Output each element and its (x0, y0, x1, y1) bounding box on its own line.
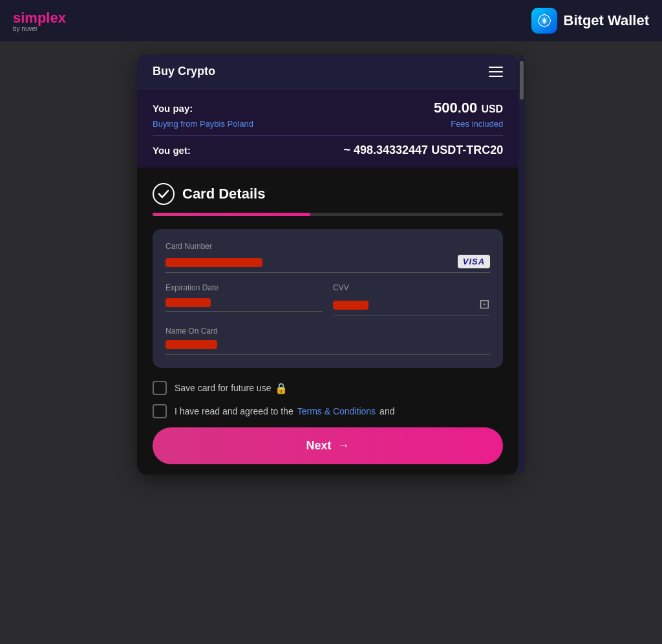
main-area: Buy Crypto You pay: 500.00 USD Buying fr… (0, 41, 662, 644)
card-number-label: Card Number (166, 242, 490, 251)
content-area: Card Details Card Number (137, 167, 518, 475)
name-redacted (166, 340, 217, 349)
price-section: You pay: 500.00 USD Buying from Paybis P… (137, 89, 518, 167)
you-pay-currency: USD (481, 103, 503, 114)
name-on-card-group: Name On Card Mark Aiens (166, 327, 490, 355)
you-pay-label: You pay: (153, 103, 193, 114)
bitget-wallet-logo: Bitget Wallet (531, 8, 649, 34)
you-get-label: You get: (153, 145, 191, 156)
nuvei-label: by nuvei (13, 25, 37, 32)
main-panel: Buy Crypto You pay: 500.00 USD Buying fr… (137, 54, 518, 475)
save-card-checkbox[interactable] (153, 381, 167, 395)
panel-container: Buy Crypto You pay: 500.00 USD Buying fr… (137, 54, 525, 475)
terms-link[interactable]: Terms & Conditions (297, 406, 376, 416)
name-on-card-value[interactable]: Mark Aiens (166, 339, 490, 350)
cvv-card-icon: ⊡ (479, 296, 490, 312)
scrollbar-track[interactable] (518, 54, 525, 475)
save-card-row: Save card for future use 🔒 (153, 381, 503, 395)
simplex-brand-text: simplex (13, 10, 66, 27)
buying-from-label: Buying from Paybis Poland (153, 119, 253, 129)
visa-badge: VISA (458, 255, 490, 268)
card-details-title: Card Details (182, 186, 265, 202)
save-card-label: Save card for future use 🔒 (175, 382, 288, 394)
expiration-date-label: Expiration Date (166, 283, 323, 292)
cvv-redacted (333, 301, 368, 310)
panel-header: Buy Crypto (137, 54, 518, 89)
lock-icon: 🔒 (275, 382, 288, 394)
panel-title: Buy Crypto (153, 65, 215, 78)
card-number-group: Card Number VISA (166, 242, 490, 273)
you-get-currency: USDT-TRC20 (431, 144, 503, 156)
cvv-label: CVV (333, 283, 490, 292)
cvv-value[interactable] (333, 298, 479, 309)
fees-included-label: Fees included (451, 119, 503, 129)
simplex-logo: simplex by nuvei (13, 10, 66, 32)
card-number-value[interactable] (166, 256, 458, 267)
top-bar: simplex by nuvei Bitget Wallet (0, 0, 662, 41)
cvv-group: CVV ⊡ (333, 283, 490, 316)
next-button[interactable]: Next → (153, 427, 503, 464)
scrollbar-thumb[interactable] (520, 61, 524, 100)
terms-label: I have read and agreed to the Terms & Co… (175, 406, 394, 416)
bitget-icon (531, 8, 557, 34)
you-pay-amount: 500.00 USD (434, 100, 503, 116)
check-circle-icon (153, 183, 175, 205)
expiration-date-value[interactable] (166, 296, 323, 307)
bitget-wallet-label: Bitget Wallet (564, 12, 649, 29)
price-divider (153, 135, 503, 136)
next-arrow-icon: → (338, 439, 350, 453)
name-on-card-label: Name On Card (166, 327, 490, 336)
progress-bar-fill (153, 213, 310, 216)
expiration-date-group: Expiration Date (166, 283, 323, 316)
you-get-amount: ~ 498.34332447 USDT-TRC20 (343, 144, 503, 157)
terms-row: I have read and agreed to the Terms & Co… (153, 404, 503, 418)
terms-checkbox[interactable] (153, 404, 167, 418)
progress-bar-track (153, 213, 503, 216)
card-number-redacted (166, 258, 262, 267)
hamburger-menu[interactable] (489, 67, 503, 77)
card-form: Card Number VISA Expiration Date (153, 229, 503, 368)
card-details-header: Card Details (153, 183, 503, 205)
expiration-date-redacted (166, 298, 211, 307)
